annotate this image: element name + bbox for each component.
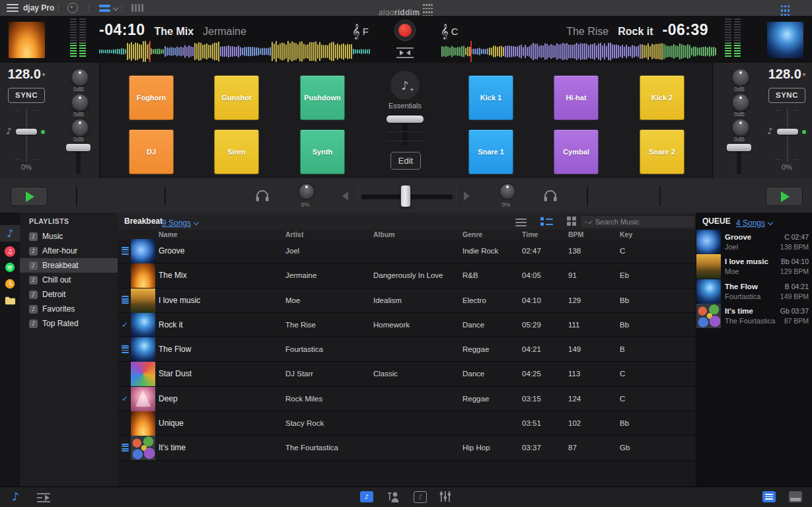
queue-item[interactable]: It's timeThe FourtasticaGb 03:3787 BPM	[696, 304, 812, 328]
sample-pad-snare-1[interactable]: Snare 1	[468, 129, 513, 174]
loop-double-button[interactable]: ▶	[165, 187, 166, 206]
automix-queue-icon[interactable]	[36, 493, 51, 502]
loop-halve-button[interactable]: ◀	[165, 187, 166, 206]
sidebar-item-detroit[interactable]: ♪Detroit	[20, 287, 118, 302]
record-button[interactable]	[394, 20, 416, 41]
waveform-right[interactable]	[441, 41, 717, 62]
sample-pad-kick-2[interactable]: Kick 2	[640, 75, 684, 120]
column-header-album[interactable]: Album	[373, 230, 395, 238]
deck-left-sync-button[interactable]: SYNC	[8, 88, 45, 103]
deck-right-sync-button[interactable]: SYNC	[768, 88, 805, 103]
deck-left-set-cue-button[interactable]: SET	[77, 187, 77, 206]
deck-right-bpm[interactable]: 128.0▾	[763, 67, 811, 82]
table-row[interactable]: ✓Rock itThe RiseHomeworkDance05:29111Bb	[118, 313, 696, 337]
loop-double-button[interactable]: ▶	[587, 187, 588, 206]
sample-pad-hi-hat[interactable]: Hi-hat	[554, 75, 599, 120]
sample-pad-foghorn[interactable]: Foghorn	[129, 75, 174, 120]
microphone-icon[interactable]	[387, 490, 400, 503]
column-header-artist[interactable]: Artist	[285, 230, 303, 238]
automix-crossfade-icon[interactable]	[396, 48, 414, 58]
queue-item[interactable]: I love musicMoeBb 04:10129 BPM	[696, 254, 812, 279]
sidebar-item-music[interactable]: ♪Music	[20, 229, 118, 244]
column-header-name[interactable]: Name	[159, 230, 178, 238]
loop-toggle-button[interactable]: 4	[587, 187, 588, 206]
search-input[interactable]	[594, 217, 690, 226]
table-row[interactable]: The MixJermaineDangerously In LoveR&B04:…	[118, 263, 696, 288]
sample-pad-pushdown[interactable]: Pushdown	[300, 75, 345, 120]
library-view-icon[interactable]	[762, 491, 776, 502]
waveform-left[interactable]	[99, 41, 370, 62]
cue-mix-knob-left[interactable]	[298, 183, 315, 200]
looper-view-icon[interactable]: ♪	[414, 491, 427, 503]
view-list-icon[interactable]	[515, 219, 527, 228]
loop-halve-button[interactable]: ◀	[587, 187, 588, 206]
sampler-view-icon[interactable]: ♪	[360, 491, 373, 502]
edit-samples-button[interactable]: Edit	[390, 152, 421, 170]
deck-right-eq-hi-knob[interactable]	[731, 68, 750, 86]
search-field[interactable]	[580, 215, 695, 228]
mixer-icon[interactable]	[439, 490, 452, 502]
deck-right-headphone-icon[interactable]	[543, 189, 558, 202]
deck-left-headphone-icon[interactable]	[255, 189, 270, 202]
sample-pad-snare-2[interactable]: Snare 2	[640, 129, 684, 174]
source-music-library[interactable]: ♪	[0, 225, 20, 242]
table-row[interactable]: It's timeThe FourtasticaHip Hop03:3787Gb	[118, 436, 696, 460]
column-header-bpm[interactable]: BPM	[568, 230, 583, 238]
song-count-link[interactable]: 9 Songs	[162, 217, 198, 228]
column-header-key[interactable]: Key	[620, 230, 632, 238]
column-header-genre[interactable]: Genre	[462, 230, 482, 238]
sample-pad-gunshot[interactable]: Gunshot	[214, 75, 259, 120]
panel-view-icon[interactable]	[789, 491, 802, 502]
deck-left-jump-button[interactable]	[77, 187, 77, 206]
sample-pad-siren[interactable]: Siren	[214, 129, 259, 174]
queue-item[interactable]: The FlowFourtasticaB 04:21149 BPM	[696, 279, 812, 304]
deck-left-bpm[interactable]: 128.0▾	[3, 67, 50, 82]
deck-right-play-button[interactable]	[766, 187, 803, 206]
table-row[interactable]: Star DustDJ StarrClassicDance04:25113C	[118, 362, 696, 386]
deck-left-volume-fader[interactable]	[66, 144, 91, 151]
column-header-row[interactable]: NameArtistAlbumGenreTimeBPMKey	[118, 230, 696, 240]
source-itunes[interactable]: ♫	[0, 243, 20, 259]
cell-key: C	[620, 362, 625, 386]
column-header-time[interactable]: Time	[522, 230, 538, 238]
view-grid-icon[interactable]	[567, 217, 576, 226]
deck-left-eq-mid-knob[interactable]	[71, 93, 89, 112]
deck-left-eq-hi-knob[interactable]	[71, 68, 89, 86]
sample-pad-synth[interactable]: Synth	[300, 129, 345, 174]
cue-mix-knob-right[interactable]	[499, 183, 516, 200]
deck-right-eq-mid-knob[interactable]	[731, 93, 750, 112]
deck-right-volume-fader[interactable]	[727, 144, 751, 151]
source-history[interactable]	[0, 275, 20, 292]
deck-right-eq-lo-knob[interactable]	[731, 118, 750, 137]
deck-right-set-cue-button[interactable]: SET	[660, 187, 661, 206]
library-note-icon[interactable]: ♪	[12, 490, 19, 503]
crossfader-handle[interactable]	[400, 185, 411, 207]
sidebar-item-top-rated[interactable]: ♪Top Rated	[20, 316, 118, 331]
queue-item[interactable]: GrooveJoelC 02:47138 BPM	[696, 230, 812, 254]
sample-pack-icon[interactable]: ♪+	[390, 71, 420, 100]
sample-pad-kick-1[interactable]: Kick 1	[468, 75, 513, 120]
sample-volume-slider[interactable]	[387, 116, 424, 123]
source-files[interactable]	[0, 292, 20, 308]
loop-toggle-button[interactable]: 4	[165, 187, 166, 206]
table-row[interactable]: ✓DeepRock MilesReggae03:15124C	[118, 387, 696, 411]
view-list-art-icon[interactable]	[540, 217, 553, 228]
deck-left-pitch-slider[interactable]	[16, 129, 37, 135]
queue-count-link[interactable]: 4 Songs	[736, 217, 772, 228]
table-row[interactable]: GrooveJoelIndie Rock02:47138C	[118, 239, 696, 263]
sidebar-item-favorites[interactable]: ♪Favorites	[20, 302, 118, 316]
grid-view-icon[interactable]	[781, 4, 791, 17]
sample-pad-cymbal[interactable]: Cymbal	[554, 129, 599, 174]
table-row[interactable]: The FlowFourtasticaReggae04:21149B	[118, 337, 696, 362]
deck-left-eq-lo-knob[interactable]	[71, 118, 89, 137]
sidebar-item-after-hour[interactable]: ♪After-hour	[20, 244, 118, 258]
sidebar-item-chill-out[interactable]: ♪Chill out	[20, 273, 118, 287]
sample-pad-dj[interactable]: DJ	[129, 129, 174, 174]
deck-right-jump-button[interactable]	[660, 187, 661, 206]
source-spotify[interactable]	[0, 259, 20, 275]
deck-left-play-button[interactable]	[11, 187, 48, 206]
sidebar-item-breakbeat[interactable]: ♪Breakbeat	[20, 258, 118, 273]
table-row[interactable]: UniqueStacy Rock03:51102Bb	[118, 411, 696, 436]
deck-right-pitch-slider[interactable]	[777, 129, 798, 135]
table-row[interactable]: I love musicMoeIdealismElectro04:10129Bb	[118, 288, 696, 313]
